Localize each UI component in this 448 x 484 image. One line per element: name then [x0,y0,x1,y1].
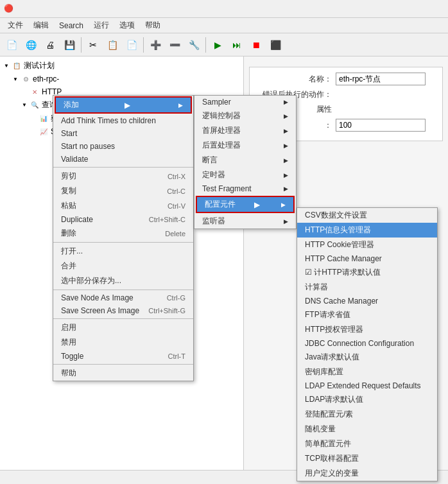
toolbar-add[interactable]: ➕ [146,36,164,54]
menu-item-选项[interactable]: 选项 [114,19,140,32]
ctx-help[interactable]: 帮助 [53,366,193,381]
menu-item-文件[interactable]: 文件 [3,19,28,32]
gear-icon: ⚙ [21,74,31,84]
ctx-logic-controller[interactable]: 逻辑控制器 [194,108,296,123]
ctx-toggle[interactable]: Toggle Ctrl-T [53,350,193,363]
ctx-test-fragment[interactable]: Test Fragment [194,182,296,195]
menu-item-Search[interactable]: Search [54,20,89,31]
tree-arrow: ▼ [3,62,10,70]
ctx-save-screen-image[interactable]: Save Screen As Image Ctrl+Shift-G [53,304,193,317]
ctx-assertion-label: 断言 [202,155,218,166]
ctx-ldap-extended[interactable]: LDAP Extended Request Defaults [297,379,437,392]
ctx-http-defaults[interactable]: ☑ 计HTTP请求默认值 [297,265,437,280]
tree-item-plan[interactable]: ▼ 📋 测试计划 [0,59,243,73]
toolbar-paste[interactable]: 📄 [123,36,141,54]
menu-bar: 文件编辑Search运行选项帮助 [0,18,448,33]
ctx-keystore-label: 密钥库配置 [305,367,343,377]
ctx-sampler-label: Sampler [202,98,231,107]
ctx-post-processor[interactable]: 后置处理器 [194,138,296,153]
ctx-logic-label: 逻辑控制器 [202,110,241,121]
toolbar-cut[interactable]: ✂ [84,36,102,54]
tree-label-plan: 测试计划 [24,60,55,71]
ctx-delete[interactable]: 删除 Delete [53,226,193,241]
ctx-add[interactable]: 添加 ▶ [55,96,192,114]
tree-label-ethrpc: eth-rpc- [33,74,59,83]
ctx-config-element[interactable]: 配置元件 ▶ [196,196,295,213]
ctx-pre-processor[interactable]: 首屏处理器 [194,123,296,138]
ctx-think-times-label: Add Think Times to children [61,116,156,125]
ctx-sampler[interactable]: Sampler [194,96,296,108]
toolbar-stop[interactable]: ⏹ [247,36,265,54]
observe-icon: 📊 [39,114,49,124]
ctx-duplicate[interactable]: Duplicate Ctrl+Shift-C [53,213,193,226]
query-icon: 🔍 [30,100,40,110]
ctx-ftp-defaults[interactable]: FTP请求省值 [297,307,437,322]
ctx-validate[interactable]: Validate [53,153,193,166]
ctx-help-label: 帮助 [61,368,76,379]
ctx-save-node-image[interactable]: Save Node As Image Ctrl-G [53,291,193,304]
ctx-enable[interactable]: 启用 [53,320,193,335]
ctx-copy-label: 复制 [61,186,76,196]
ctx-open-label: 打开... [61,246,83,257]
ctx-paste[interactable]: 粘贴 Ctrl-V [53,198,193,213]
tree-arrow-query: ▼ [21,101,28,109]
ctx-save-node-image-label: Save Node As Image [61,293,134,302]
toolbar-new[interactable]: 📄 [3,36,21,54]
ctx-login-config[interactable]: 登陆配置元/素 [297,407,437,422]
toolbar-run-nodebug[interactable]: ⏭ [228,36,246,54]
ctx-dns-cache[interactable]: DNS Cache Manager [297,295,437,307]
ctx-listener-label: 监听器 [202,216,225,227]
ctx-listener[interactable]: 监听器 [194,214,296,229]
ctx-java-defaults[interactable]: Java请求默认值 [297,350,437,365]
ctx-timer[interactable]: 定时器 [194,168,296,182]
ctx-cookie-manager[interactable]: HTTP Cookie管理器 [297,238,437,252]
tree-item-ethrpc[interactable]: ▼ ⚙ eth-rpc- [0,73,243,85]
ctx-merge[interactable]: 合并 [53,259,193,273]
ctx-ldap-defaults[interactable]: LDAP请求默认值 [297,392,437,407]
ctx-http-auth[interactable]: HTTP授权管理器 [297,322,437,337]
ctx-csv[interactable]: CSV数据文件设置 [297,208,437,223]
context-menu-3[interactable]: CSV数据文件设置 HTTP信息头管理器 HTTP Cookie管理器 HTTP… [297,207,438,481]
ctx-calculator[interactable]: 计算器 [297,280,437,295]
ctx-start[interactable]: Start [53,127,193,140]
context-menu-2[interactable]: Sampler 逻辑控制器 首屏处理器 后置处理器 断言 定时器 Test Fr… [194,95,297,229]
ctx-jdbc-config[interactable]: JDBC Connection Configuration [297,337,437,350]
ctx-think-times[interactable]: Add Think Times to children [53,114,193,127]
toolbar-print[interactable]: 🖨 [41,36,59,54]
name-input[interactable] [336,73,426,85]
ctx-http-defaults-label: ☑ 计HTTP请求默认值 [305,267,381,278]
val-input[interactable] [336,119,426,132]
menu-item-帮助[interactable]: 帮助 [140,19,166,32]
toolbar-remove[interactable]: ➖ [166,36,184,54]
ctx-cut[interactable]: 剪切 Ctrl-X [53,169,193,184]
ctx-start-nopauses[interactable]: Start no pauses [53,140,193,153]
ctx-keystore[interactable]: 密钥库配置 [297,365,437,379]
ctx-http-header[interactable]: HTTP信息头管理器 [297,223,437,238]
toolbar-copy[interactable]: 📋 [103,36,121,54]
context-menu-1[interactable]: 添加 ▶ Add Think Times to children Start S… [53,95,194,381]
ctx-random-var[interactable]: 随机变量 [297,422,437,436]
ctx-simple-config[interactable]: 简单配置元件 [297,436,437,451]
ctx-sep-5 [53,364,193,365]
ctx-save-selected[interactable]: 选中部分保存为... [53,273,193,288]
menu-item-编辑[interactable]: 编辑 [28,19,54,32]
toolbar-run[interactable]: ▶ [209,36,227,54]
ctx-sep-2 [53,242,193,243]
menu-item-运行[interactable]: 运行 [89,19,114,32]
ctx-post-label: 后置处理器 [202,140,241,151]
ctx-disable[interactable]: 禁用 [53,335,193,350]
ctx-open[interactable]: 打开... [53,244,193,259]
tree-arrow-observe [30,115,37,123]
toolbar-settings[interactable]: 🔧 [185,36,203,54]
ctx-assertion[interactable]: 断言 [194,153,296,168]
ctx-user-vars[interactable]: 用户定义的变量 [297,466,437,481]
toolbar-save[interactable]: 💾 [60,36,78,54]
ctx-tcp-config[interactable]: TCP取样器配置 [297,451,437,466]
ctx-copy[interactable]: 复制 Ctrl-C [53,184,193,198]
main-area: ▼ 📋 测试计划 ▼ ⚙ eth-rpc- ✕ HTTP ▼ 🔍 查询用 📊 察… [0,56,448,470]
ctx-calculator-label: 计算器 [305,282,328,293]
toolbar-more[interactable]: ⬛ [266,36,284,54]
ctx-cache-manager[interactable]: HTTP Cache Manager [297,252,437,265]
toolbar-open[interactable]: 🌐 [22,36,40,54]
ctx-save-screen-image-label: Save Screen As Image [61,306,139,315]
